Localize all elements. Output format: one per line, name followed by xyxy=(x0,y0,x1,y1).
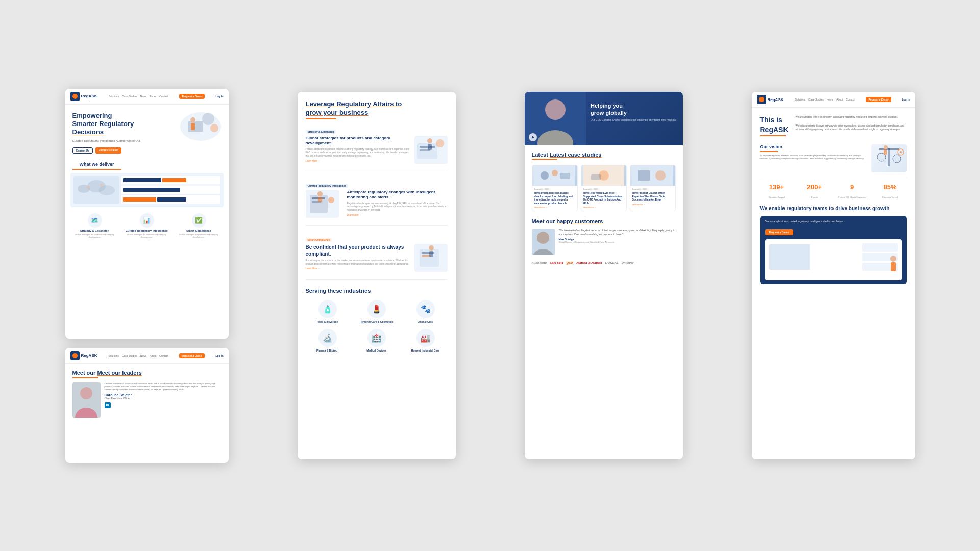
card5-nav-links: Solutions Case Studies News About Contac… xyxy=(795,98,854,101)
card3-tag-strategy: Strategy & Expansion xyxy=(306,130,336,134)
card2-nav-login[interactable]: Log In xyxy=(215,354,223,357)
card5-dash-map xyxy=(769,244,810,270)
card5-title-row: This is RegASK We are a global, RegTech … xyxy=(760,116,907,140)
dashboard-panel-2 xyxy=(121,186,220,194)
card4-play-button[interactable] xyxy=(529,133,537,141)
card5-logo[interactable]: RegASK xyxy=(757,95,784,104)
feature-strategy-title: Strategy & Expansion xyxy=(70,229,119,232)
card3-section1-illustration xyxy=(414,136,448,164)
dashboard-panels xyxy=(121,176,220,204)
cs3-body: August 24, 2020 How Product Classificati… xyxy=(630,186,675,208)
logo-icon xyxy=(70,92,80,101)
nav-login-button[interactable]: Log In xyxy=(215,95,223,98)
card-leaders: RegASK Solutions Case Studies News About… xyxy=(65,348,229,463)
card4-case-underline xyxy=(532,159,557,160)
nav-about[interactable]: About xyxy=(150,95,156,98)
card3-section1-body: Product and brand expansion requires a s… xyxy=(306,148,410,158)
card5-intro-text: We are a global, RegTech company, automa… xyxy=(796,116,907,119)
card3-section2-link[interactable]: Learn More → xyxy=(347,214,448,216)
what-we-deliver-heading-area: What we deliver xyxy=(65,158,229,170)
card3-section-intelligence: Curated Regulatory Intelligence xyxy=(306,180,448,226)
card5-title-line2: RegASK xyxy=(760,126,789,134)
testimonial-photo xyxy=(532,229,555,255)
svg-rect-42 xyxy=(638,170,650,181)
card1-contact-button[interactable]: Contact Us xyxy=(72,147,93,154)
nav-news[interactable]: News xyxy=(140,95,147,98)
svg-point-4 xyxy=(190,117,195,122)
card3-section2-text: Anticipate regulatory changes with intel… xyxy=(347,190,448,216)
what-we-deliver-title: What we deliver xyxy=(72,158,121,170)
card4-case-studies-heading: Latest Latest case studies xyxy=(532,152,676,158)
card2-heading: Meet our Meet our leaders xyxy=(72,370,222,376)
industry-pharma-name: Pharma & Biotech xyxy=(306,349,350,353)
svg-rect-30 xyxy=(429,251,433,257)
card5-dashboard-cta[interactable]: Request a Demo xyxy=(765,229,793,235)
card1-nav-links: Solutions Case Studies News About Contac… xyxy=(108,95,168,98)
industry-animal-care: 🐾 Animal Care xyxy=(404,300,448,324)
cs2-body: August 24, 2020 How Real World Evidence … xyxy=(581,186,626,211)
industry-personal-care: 💄 Personal Care & Cosmetics xyxy=(355,300,399,324)
card3-industries-grid: 🧴 Food & Beverage 💄 Personal Care & Cosm… xyxy=(306,300,448,353)
feature-intelligence: 📊 Curated Regulatory Intelligence Global… xyxy=(122,213,172,238)
nav-contact[interactable]: Contact xyxy=(159,95,168,98)
stat-experts-label: Experts xyxy=(811,196,818,198)
card5-title-block: This is RegASK xyxy=(760,116,789,140)
svg-point-23 xyxy=(328,197,334,203)
svg-point-17 xyxy=(436,139,444,147)
card1-demo-button[interactable]: Request a Demo xyxy=(95,147,121,154)
feature-compliance: ✅ Smart Compliance Global strategies for… xyxy=(175,213,224,238)
compliance-icon: ✅ xyxy=(192,213,206,228)
card5-stats-row: 139+ Countries Served 200+ Experts 9 For… xyxy=(760,178,907,200)
animal-care-icon: 🐾 xyxy=(416,300,435,318)
card2-logo[interactable]: RegASK xyxy=(70,351,97,360)
industry-pharma: 🔬 Pharma & Biotech xyxy=(306,329,350,353)
card5-vision-title: Our vision xyxy=(760,144,866,149)
stat-countries-served: 139+ Countries Served xyxy=(760,183,794,200)
card-about-regask: RegASK Solutions Case Studies News About… xyxy=(752,92,915,459)
card5-vision-body: To empower regulatory affairs to become … xyxy=(760,154,866,160)
dashboard-panel-1 xyxy=(121,176,220,184)
card-home-hero: RegASK Solutions Case Studies News About… xyxy=(65,89,229,339)
card1-hero-buttons: Contact Us Request a Demo xyxy=(72,147,222,154)
card3-section1-link[interactable]: Learn More → xyxy=(306,160,410,162)
testimonial-quote: "We have relied on RegAsk because of the… xyxy=(559,229,676,236)
card3-section3-link[interactable]: Learn More → xyxy=(306,267,410,270)
cs2-link[interactable]: Learn more → xyxy=(583,206,624,209)
card2-nav-cta[interactable]: Request a Demo xyxy=(179,353,204,358)
card5-logo-icon xyxy=(757,95,766,104)
svg-rect-26 xyxy=(420,249,439,267)
card1-logo[interactable]: RegASK xyxy=(70,92,97,101)
card5-nav-login[interactable]: Log In xyxy=(902,98,910,101)
linkedin-icon[interactable]: in xyxy=(105,402,111,408)
card2-logo-text: RegASK xyxy=(81,353,97,358)
card2-leader-role: Chief Executive Officer xyxy=(105,397,222,400)
personal-care-icon: 💄 xyxy=(368,300,386,318)
case-study-2: August 24, 2020 How Real World Evidence … xyxy=(581,165,627,211)
card1-hero-subtitle: Curated Regulatory Intelligence Augmente… xyxy=(72,139,149,143)
card5-title-underline xyxy=(760,135,786,136)
card3-section3-illustration xyxy=(414,244,448,272)
cs1-link[interactable]: Learn more → xyxy=(534,206,575,209)
play-triangle-icon xyxy=(532,136,534,139)
card4-video-heading: Helping you grow globally xyxy=(591,102,676,117)
card5-help-text: We help our clients discover pathways to… xyxy=(796,124,907,132)
cs3-link[interactable]: Learn more → xyxy=(632,203,673,206)
logo-text: RegASK xyxy=(81,94,97,98)
svg-rect-48 xyxy=(879,148,899,150)
industry-home-name: Home & Industrial Care xyxy=(404,349,448,353)
card2-leader-bio: Carolina Shiefer is an accomplished Inno… xyxy=(105,382,222,391)
card3-hero-title: Leverage Regulatory Affairs to grow your… xyxy=(306,100,448,117)
card5-nav-cta[interactable]: Request a Demo xyxy=(866,97,891,102)
card2-main-content: Meet our Meet our leaders Carolina Shief… xyxy=(65,364,229,463)
food-beverage-icon: 🧴 xyxy=(318,300,337,318)
svg-point-43 xyxy=(655,170,666,181)
nav-solutions[interactable]: Solutions xyxy=(108,95,119,98)
svg-point-9 xyxy=(86,186,89,189)
svg-point-12 xyxy=(80,387,92,399)
card3-main-content: Leverage Regulatory Affairs to grow your… xyxy=(298,92,456,459)
nav-case-studies[interactable]: Case Studies xyxy=(122,95,137,98)
nav-cta-button[interactable]: Request a Demo xyxy=(179,94,204,99)
case-study-3: August 24, 2020 How Product Classificati… xyxy=(630,165,676,211)
card5-vision-underline xyxy=(760,151,778,152)
cs2-image xyxy=(581,165,626,186)
